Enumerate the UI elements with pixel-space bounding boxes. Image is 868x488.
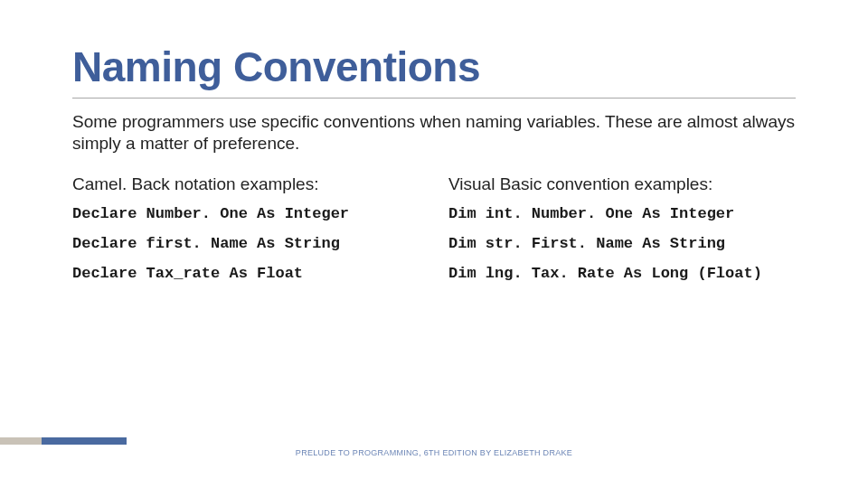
code-example: Declare first. Name As String: [72, 235, 448, 252]
title-underline: [72, 98, 796, 99]
right-column-heading: Visual Basic convention examples:: [448, 174, 796, 194]
left-column: Camel. Back notation examples: Declare N…: [72, 171, 448, 295]
code-example: Dim str. First. Name As String: [448, 235, 796, 252]
accent-dark: [42, 437, 127, 445]
code-example: Dim lng. Tax. Rate As Long (Float): [448, 265, 796, 282]
two-column-layout: Camel. Back notation examples: Declare N…: [72, 171, 796, 295]
slide-title: Naming Conventions: [72, 45, 796, 89]
code-example: Declare Tax_rate As Float: [72, 265, 448, 282]
right-column: Visual Basic convention examples: Dim in…: [448, 171, 796, 295]
accent-light: [0, 437, 42, 445]
intro-paragraph: Some programmers use specific convention…: [72, 111, 796, 155]
footer-accent-bar: [0, 437, 127, 445]
footer-text: PRELUDE TO PROGRAMMING, 6TH EDITION BY E…: [0, 448, 868, 457]
code-example: Dim int. Number. One As Integer: [448, 205, 796, 222]
left-column-heading: Camel. Back notation examples:: [72, 174, 448, 194]
slide-body: Naming Conventions Some programmers use …: [0, 0, 868, 295]
code-example: Declare Number. One As Integer: [72, 205, 448, 222]
